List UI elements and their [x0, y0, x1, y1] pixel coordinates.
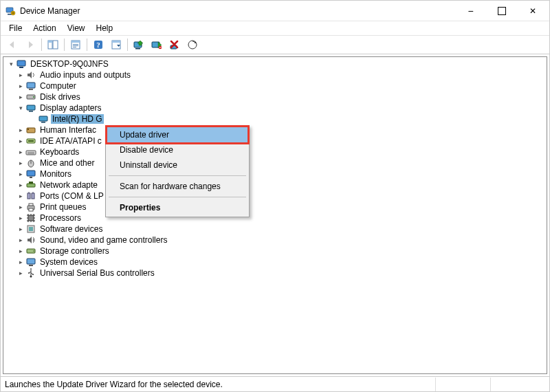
ctx-label: Properties	[120, 203, 160, 213]
disable-device-toolbar-button[interactable]	[148, 36, 165, 53]
ctx-label: Uninstall device	[120, 160, 177, 170]
update-driver-toolbar-button[interactable]	[131, 36, 147, 53]
chevron-right-icon[interactable]: ▸	[16, 213, 25, 223]
ports-icon	[25, 190, 36, 202]
toolbar-separator	[41, 39, 42, 51]
properties-button[interactable]	[67, 36, 84, 53]
tree-node-processors[interactable]: ▸ Processors	[3, 213, 547, 224]
uninstall-device-toolbar-button[interactable]	[166, 36, 183, 53]
tree-node-disk[interactable]: ▸ Disk drives	[3, 91, 547, 102]
titlebar: Device Manager	[1, 1, 549, 21]
tree-label: Storage controllers	[38, 246, 111, 256]
svg-rect-26	[27, 83, 35, 88]
tree-label: Human Interfac	[38, 125, 98, 135]
chevron-right-icon[interactable]: ▸	[16, 180, 25, 190]
chevron-right-icon[interactable]: ▸	[16, 169, 25, 179]
svg-rect-16	[112, 41, 120, 43]
chevron-right-icon[interactable]: ▸	[16, 257, 25, 267]
display-adapter-icon	[25, 102, 36, 113]
status-text: Launches the Update Driver Wizard for th…	[5, 380, 223, 389]
svg-rect-37	[28, 140, 34, 142]
scan-hardware-toolbar-button[interactable]	[184, 36, 201, 53]
svg-rect-10	[73, 44, 78, 45]
tree-node-storage[interactable]: ▸ Storage controllers	[3, 246, 547, 257]
menu-file[interactable]: File	[3, 22, 28, 34]
tree-node-sound[interactable]: ▸ Sound, video and game controllers	[3, 235, 547, 246]
tree-label: System devices	[38, 257, 99, 267]
tree-node-hid[interactable]: ▸ Human Interfac	[3, 124, 547, 135]
ctx-properties[interactable]: Properties	[107, 200, 248, 215]
tree-node-usb[interactable]: ▸ Universal Serial Bus controllers	[3, 268, 547, 279]
svg-rect-25	[19, 67, 23, 68]
maximize-button[interactable]	[486, 1, 517, 21]
ctx-uninstall-device[interactable]: Uninstall device	[107, 157, 248, 173]
help-button[interactable]: ?	[90, 36, 107, 53]
ctx-label: Disable device	[120, 145, 173, 155]
tree-node-print[interactable]: ▸ Print queues	[3, 202, 547, 213]
ctx-separator	[109, 175, 246, 176]
svg-rect-21	[159, 47, 162, 48]
tree-node-system[interactable]: ▸ System devices	[3, 257, 547, 268]
ctx-label: Update driver	[120, 130, 169, 140]
ctx-update-driver[interactable]: Update driver	[107, 127, 248, 142]
chevron-right-icon[interactable]: ▸	[16, 235, 25, 245]
menu-view[interactable]: View	[62, 22, 91, 34]
tree-node-display[interactable]: ▾ Display adapters	[3, 102, 547, 113]
computer-icon	[16, 58, 27, 69]
menu-action[interactable]: Action	[28, 22, 61, 34]
minimize-button[interactable]	[455, 1, 486, 21]
tree-node-ports[interactable]: ▸ Ports (COM & LP	[3, 190, 547, 202]
tree-node-ide[interactable]: ▸ IDE ATA/ATAPI c	[3, 135, 547, 146]
tree-label: Network adapte	[38, 180, 99, 190]
tree-node-mice[interactable]: ▸ Mice and other	[3, 157, 547, 168]
tree-node-computer[interactable]: ▸ Computer	[3, 80, 547, 91]
tree-node-display-child[interactable]: Intel(R) HD G	[3, 113, 547, 124]
chevron-down-icon[interactable]: ▾	[16, 103, 25, 113]
svg-rect-60	[32, 274, 34, 275]
chevron-right-icon[interactable]: ▸	[16, 92, 25, 102]
svg-rect-7	[48, 41, 52, 43]
tree-label: Print queues	[38, 202, 87, 212]
back-button[interactable]	[4, 36, 21, 53]
svg-rect-33	[41, 122, 45, 123]
forward-button[interactable]	[22, 36, 38, 53]
action-button[interactable]	[108, 36, 124, 53]
chevron-right-icon[interactable]: ▸	[16, 268, 25, 278]
chevron-right-icon[interactable]: ▸	[16, 125, 25, 135]
svg-rect-44	[30, 177, 32, 178]
svg-rect-58	[29, 265, 33, 266]
chevron-right-icon[interactable]: ▸	[16, 191, 25, 201]
chevron-right-icon[interactable]: ▸	[16, 81, 25, 91]
tree-root[interactable]: ▾ DESKTOP-9Q0JNFS	[3, 58, 547, 69]
tree-node-network[interactable]: ▸ Network adapte	[3, 179, 547, 190]
tree-label: Universal Serial Bus controllers	[38, 268, 156, 278]
ctx-scan-hardware[interactable]: Scan for hardware changes	[107, 179, 248, 194]
chevron-right-icon[interactable]: ▸	[16, 158, 25, 168]
tree-label: Display adapters	[38, 103, 102, 113]
menubar: File Action View Help	[1, 21, 549, 35]
close-button[interactable]	[517, 1, 548, 21]
tree-node-audio[interactable]: ▸ Audio inputs and outputs	[3, 69, 547, 80]
svg-rect-30	[27, 105, 35, 110]
tree-node-monitors[interactable]: ▸ Monitors	[3, 168, 547, 179]
chevron-down-icon[interactable]: ▾	[6, 59, 16, 69]
show-hide-console-button[interactable]	[45, 36, 61, 53]
chevron-right-icon[interactable]: ▸	[16, 136, 25, 146]
chevron-right-icon[interactable]: ▸	[16, 70, 25, 80]
audio-icon	[25, 69, 36, 80]
usb-icon	[25, 268, 36, 279]
tree-label: Audio inputs and outputs	[38, 70, 132, 80]
tree-node-keyboards[interactable]: ▸ Keyboards	[3, 146, 547, 157]
svg-rect-43	[27, 171, 35, 176]
menu-help[interactable]: Help	[91, 22, 119, 34]
ctx-disable-device[interactable]: Disable device	[107, 142, 248, 157]
chevron-right-icon[interactable]: ▸	[16, 246, 25, 256]
chevron-right-icon[interactable]: ▸	[16, 202, 25, 212]
chevron-right-icon[interactable]: ▸	[16, 224, 25, 234]
chevron-right-icon[interactable]: ▸	[16, 147, 25, 157]
tree-node-software[interactable]: ▸ Software devices	[3, 224, 547, 235]
ide-icon	[25, 135, 36, 146]
device-tree[interactable]: ▾ DESKTOP-9Q0JNFS ▸ Audio inputs and out…	[3, 56, 547, 374]
sound-icon	[25, 235, 36, 246]
status-pane	[435, 378, 490, 391]
